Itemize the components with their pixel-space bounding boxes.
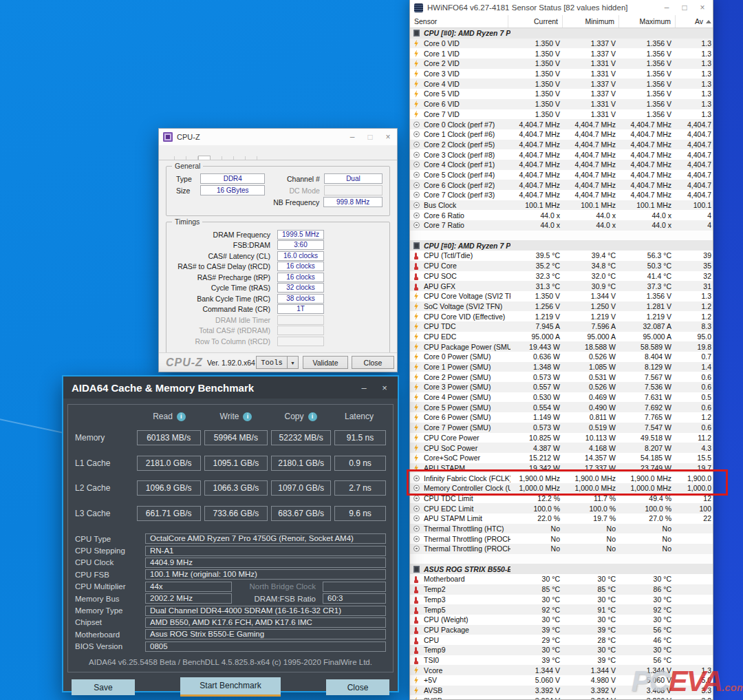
sensor-row[interactable]: Thermal Throttling (HTC) No No No <box>410 524 713 534</box>
close-icon[interactable]: × <box>379 132 397 142</box>
sensor-row[interactable]: CPU 29 °C 28 °C 46 °C <box>410 635 713 645</box>
info-icon[interactable]: i <box>308 412 317 421</box>
sensor-row[interactable]: ASUS ROG STRIX B550-E GA... <box>410 564 713 574</box>
sensor-row[interactable]: Temp2 85 °C 85 °C 86 °C <box>410 584 713 595</box>
timing-field[interactable]: 16.0 clocks <box>277 251 324 261</box>
start-benchmark-button[interactable]: Start Benchmark <box>180 677 281 697</box>
sensor-row[interactable]: CPU EDC 95.000 A 95.000 A 95.000 A 95.0 <box>410 332 713 342</box>
sensor-row[interactable]: CPU Core Power 10.825 W 10.113 W 49.518 … <box>410 433 713 443</box>
sensor-row[interactable]: Core 0 Power (SMU) 0.636 W 0.526 W 8.404… <box>410 352 713 362</box>
sensor-row[interactable]: CPU Package Power (SMU) 19.443 W 18.588 … <box>410 341 713 352</box>
sensor-row[interactable]: APU STAPM 19.342 W 17.337 W 23.749 W 19.… <box>410 463 713 474</box>
timing-field[interactable]: 3:60 <box>277 240 324 250</box>
memory-type-field[interactable]: DDR4 <box>200 173 265 184</box>
sensor-row[interactable]: Core 1 VID 1.350 V 1.337 V 1.356 V 1.3 <box>410 48 713 59</box>
sensor-row[interactable]: Core 4 VID 1.350 V 1.337 V 1.356 V 1.3 <box>410 78 713 89</box>
sensor-row[interactable]: 3VSB 3.264 V 3.264 V 3.296 V 3.2 <box>410 695 713 700</box>
sensor-row[interactable]: Core 5 Clock (perf #4) 4,404.7 MHz 4,404… <box>410 170 713 180</box>
column-header-current[interactable]: Current <box>508 15 562 28</box>
memory-size-field[interactable]: 16 GBytes <box>200 185 265 195</box>
minimize-icon[interactable]: – <box>354 383 374 393</box>
timing-field[interactable] <box>277 326 324 335</box>
sensor-row[interactable]: Core 1 Power (SMU) 1.348 W 1.085 W 8.129… <box>410 362 713 372</box>
cpuz-tab[interactable] <box>222 156 234 160</box>
sensor-row[interactable]: Core 3 Power (SMU) 0.557 W 0.526 W 7.536… <box>410 382 713 392</box>
sensor-row[interactable]: Vcore 1.344 V 1.344 V 1.344 V 1.3 <box>410 665 713 675</box>
sensor-row[interactable]: Core 4 Power (SMU) 0.530 W 0.469 W 7.631… <box>410 392 713 403</box>
sensor-row[interactable]: CPU [#0]: AMD Ryzen 7 PRO ... <box>410 28 713 39</box>
sensor-row[interactable]: Core 3 VID 1.350 V 1.331 V 1.356 V 1.3 <box>410 69 713 79</box>
timing-field[interactable]: 1999.5 MHz <box>277 230 324 240</box>
sensor-row[interactable]: Motherboard 30 °C 30 °C 30 °C <box>410 574 713 584</box>
sensor-row[interactable]: Core 7 Clock (perf #3) 4,404.7 MHz 4,404… <box>410 190 713 200</box>
nb-frequency-field[interactable]: 999.8 MHz <box>323 197 383 207</box>
cpuz-tab[interactable] <box>163 156 175 160</box>
timing-field[interactable]: 1T <box>277 304 324 314</box>
sensor-row[interactable]: Core 4 Clock (perf #1) 4,404.7 MHz 4,404… <box>410 160 713 170</box>
sensor-row[interactable]: AVSB 3.392 V 3.392 V 3.408 V 3.3 <box>410 686 713 696</box>
cpuz-titlebar[interactable]: CPU-Z – □ × <box>159 129 397 145</box>
sensor-row[interactable]: CPU Core 35.2 °C 34.8 °C 50.3 °C 35 <box>410 261 713 271</box>
sensor-row[interactable]: Core 7 Ratio 44.0 x 44.0 x 44.0 x 4 <box>410 220 713 231</box>
sensor-row[interactable]: Core 5 Power (SMU) 0.554 W 0.490 W 7.692… <box>410 402 713 412</box>
minimize-icon[interactable]: – <box>658 3 676 12</box>
timing-field[interactable] <box>277 315 324 325</box>
info-icon[interactable]: i <box>243 412 252 421</box>
sensor-row[interactable]: Core 7 VID 1.350 V 1.331 V 1.356 V 1.3 <box>410 109 713 120</box>
sensor-row[interactable]: Core 0 Clock (perf #7) 4,404.7 MHz 4,404… <box>410 119 713 129</box>
sensor-row[interactable]: Bus Clock 100.1 MHz 100.1 MHz 100.1 MHz … <box>410 200 713 211</box>
channel-field[interactable]: Dual <box>324 173 383 184</box>
validate-button[interactable]: Validate <box>303 356 348 369</box>
sensor-row[interactable]: Temp9 30 °C 30 °C 30 °C <box>410 645 713 655</box>
close-button[interactable]: Close <box>352 356 394 369</box>
sensor-row[interactable]: CPU Package 39 °C 39 °C 56 °C <box>410 625 713 635</box>
cpuz-tab[interactable] <box>198 156 211 160</box>
column-header-sensor[interactable]: Sensor <box>410 17 508 25</box>
tools-dropdown-icon[interactable]: ▼ <box>287 356 299 369</box>
sensor-row[interactable]: Core 6 Clock (perf #2) 4,404.7 MHz 4,404… <box>410 180 713 190</box>
sensor-row[interactable]: Infinity Fabric Clock (FCLK) 1,900.0 MHz… <box>410 473 713 483</box>
sensor-row[interactable]: CPU TDC Limit 12.2 % 11.7 % 49.4 % 12 <box>410 494 713 504</box>
column-header-minimum[interactable]: Minimum <box>562 15 618 28</box>
sensor-row[interactable]: CPU SOC 32.3 °C 32.0 °C 41.4 °C 32 <box>410 271 713 282</box>
dc-mode-field[interactable] <box>324 185 383 195</box>
sensor-row[interactable]: Core 2 Power (SMU) 0.573 W 0.531 W 7.567… <box>410 372 713 382</box>
column-header-average[interactable]: Av <box>675 15 713 28</box>
sensor-row[interactable]: Temp3 30 °C 30 °C 30 °C <box>410 595 713 605</box>
info-icon[interactable]: i <box>177 412 186 421</box>
sensor-row[interactable]: Core 2 VID 1.350 V 1.331 V 1.356 V 1.3 <box>410 59 713 69</box>
sensor-row[interactable]: Core 5 VID 1.350 V 1.337 V 1.356 V 1.3 <box>410 89 713 99</box>
cpuz-tab[interactable] <box>211 156 222 160</box>
hwinfo-titlebar[interactable]: HWiNFO64 v6.27-4181 Sensor Status [82 va… <box>410 0 713 15</box>
close-button[interactable]: Close <box>326 679 389 695</box>
minimize-icon[interactable]: – <box>343 132 361 142</box>
timing-field[interactable]: 32 clocks <box>277 283 324 293</box>
tools-button[interactable]: Tools <box>256 356 288 369</box>
sensor-row[interactable]: Temp5 92 °C 91 °C 92 °C <box>410 604 713 615</box>
timing-field[interactable]: 16 clocks <box>277 262 324 271</box>
sensor-row[interactable]: Core 6 VID 1.350 V 1.331 V 1.356 V 1.3 <box>410 99 713 109</box>
sensor-row[interactable]: Core 6 Ratio 44.0 x 44.0 x 44.0 x 4 <box>410 210 713 220</box>
sensor-row[interactable]: APU STAPM Limit 22.0 % 19.7 % 27.0 % 22 <box>410 513 713 524</box>
cpuz-tab[interactable] <box>234 156 246 160</box>
sensor-row[interactable]: APU GFX 31.3 °C 30.9 °C 37.3 °C 31 <box>410 281 713 291</box>
cpuz-tab[interactable] <box>186 156 198 160</box>
sensor-row[interactable]: Core 7 Power (SMU) 0.573 W 0.519 W 7.547… <box>410 423 713 433</box>
sensor-row[interactable]: Thermal Throttling (PROCHO... No No No <box>410 544 713 554</box>
timing-field[interactable]: 38 clocks <box>277 294 324 304</box>
aida64-titlebar[interactable]: AIDA64 Cache & Memory Benchmark – × <box>63 376 398 399</box>
sensor-row[interactable]: CPU (Tctl/Tdie) 39.5 °C 39.4 °C 56.3 °C … <box>410 251 713 261</box>
sensor-row[interactable]: CPU [#0]: AMD Ryzen 7 PRO ... <box>410 240 713 251</box>
sensor-row[interactable]: CPU TDC 7.945 A 7.596 A 32.087 A 8.3 <box>410 321 713 332</box>
sensor-row[interactable]: Memory Controller Clock (UCLK) 1,000.0 M… <box>410 483 713 494</box>
close-icon[interactable]: × <box>693 3 711 12</box>
timing-field[interactable]: 16 clocks <box>277 273 324 282</box>
sensor-row[interactable]: Core+SoC Power 15.212 W 14.357 W 54.185 … <box>410 453 713 463</box>
sensor-row[interactable]: CPU Core Voltage (SVI2 TFN) 1.350 V 1.34… <box>410 291 713 301</box>
timing-field[interactable] <box>277 337 324 346</box>
sensor-row[interactable]: Core 6 Power (SMU) 1.149 W 0.811 W 7.765… <box>410 412 713 423</box>
cpuz-tab[interactable] <box>246 156 257 160</box>
sensor-row[interactable]: Core 0 VID 1.350 V 1.337 V 1.356 V 1.3 <box>410 39 713 49</box>
save-button[interactable]: Save <box>72 679 135 695</box>
sensor-row[interactable]: CPU EDC Limit 100.0 % 100.0 % 100.0 % 10… <box>410 503 713 513</box>
